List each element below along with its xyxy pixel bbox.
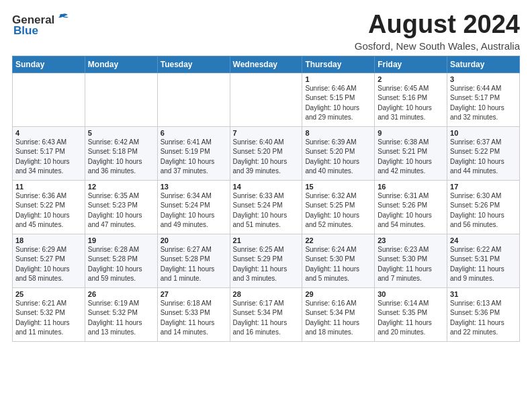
day-detail: Sunrise: 6:39 AMSunset: 5:20 PMDaylight:… [305, 138, 371, 177]
day-detail: Sunrise: 6:16 AMSunset: 5:34 PMDaylight:… [305, 299, 371, 338]
calendar-week-row: 1Sunrise: 6:46 AMSunset: 5:15 PMDaylight… [13, 73, 520, 126]
title-block: August 2024 Gosford, New South Wales, Au… [355, 11, 520, 52]
day-number: 8 [305, 129, 371, 137]
calendar-cell: 8Sunrise: 6:39 AMSunset: 5:20 PMDaylight… [302, 126, 375, 180]
day-detail: Sunrise: 6:23 AMSunset: 5:30 PMDaylight:… [378, 245, 444, 284]
day-detail: Sunrise: 6:13 AMSunset: 5:36 PMDaylight:… [450, 299, 517, 338]
day-number: 19 [88, 236, 154, 244]
day-number: 16 [378, 183, 444, 191]
day-number: 6 [161, 129, 227, 137]
calendar-cell: 20Sunrise: 6:27 AMSunset: 5:28 PMDayligh… [157, 234, 230, 287]
calendar-cell: 4Sunrise: 6:43 AMSunset: 5:17 PMDaylight… [13, 126, 85, 180]
calendar-header-friday: Friday [375, 56, 447, 73]
day-detail: Sunrise: 6:29 AMSunset: 5:27 PMDaylight:… [15, 245, 82, 284]
day-number: 20 [161, 236, 227, 244]
day-number: 5 [88, 129, 154, 137]
calendar-week-row: 11Sunrise: 6:36 AMSunset: 5:22 PMDayligh… [13, 180, 520, 234]
calendar-header-thursday: Thursday [302, 56, 375, 73]
day-number: 2 [378, 75, 444, 83]
day-number: 26 [88, 290, 154, 298]
location-subtitle: Gosford, New South Wales, Australia [355, 40, 520, 52]
day-number: 22 [305, 236, 371, 244]
calendar-cell: 17Sunrise: 6:30 AMSunset: 5:26 PMDayligh… [447, 180, 520, 234]
calendar-cell: 31Sunrise: 6:13 AMSunset: 5:36 PMDayligh… [447, 287, 520, 341]
calendar-cell: 19Sunrise: 6:28 AMSunset: 5:28 PMDayligh… [85, 234, 157, 287]
day-number: 21 [233, 236, 300, 244]
day-detail: Sunrise: 6:18 AMSunset: 5:33 PMDaylight:… [161, 299, 227, 338]
day-number: 3 [450, 75, 517, 83]
calendar-cell: 23Sunrise: 6:23 AMSunset: 5:30 PMDayligh… [375, 234, 447, 287]
calendar-cell: 22Sunrise: 6:24 AMSunset: 5:30 PMDayligh… [302, 234, 375, 287]
logo: General Blue [12, 13, 69, 38]
header: General Blue August 2024 Gosford, New So… [12, 11, 520, 52]
calendar-cell: 6Sunrise: 6:41 AMSunset: 5:19 PMDaylight… [157, 126, 230, 180]
day-detail: Sunrise: 6:46 AMSunset: 5:15 PMDaylight:… [305, 84, 371, 123]
day-number: 30 [378, 290, 444, 298]
month-year-title: August 2024 [355, 11, 520, 39]
day-detail: Sunrise: 6:40 AMSunset: 5:20 PMDaylight:… [233, 138, 300, 177]
day-detail: Sunrise: 6:44 AMSunset: 5:17 PMDaylight:… [450, 84, 517, 123]
day-detail: Sunrise: 6:35 AMSunset: 5:23 PMDaylight:… [88, 191, 154, 230]
day-detail: Sunrise: 6:22 AMSunset: 5:31 PMDaylight:… [450, 245, 517, 284]
day-detail: Sunrise: 6:34 AMSunset: 5:24 PMDaylight:… [161, 191, 227, 230]
day-detail: Sunrise: 6:31 AMSunset: 5:26 PMDaylight:… [378, 191, 444, 230]
calendar-cell: 1Sunrise: 6:46 AMSunset: 5:15 PMDaylight… [302, 73, 375, 126]
calendar-cell: 18Sunrise: 6:29 AMSunset: 5:27 PMDayligh… [13, 234, 85, 287]
day-detail: Sunrise: 6:24 AMSunset: 5:30 PMDaylight:… [305, 245, 371, 284]
day-detail: Sunrise: 6:37 AMSunset: 5:22 PMDaylight:… [450, 138, 517, 177]
day-detail: Sunrise: 6:28 AMSunset: 5:28 PMDaylight:… [88, 245, 154, 284]
day-detail: Sunrise: 6:43 AMSunset: 5:17 PMDaylight:… [15, 138, 82, 177]
calendar-cell: 11Sunrise: 6:36 AMSunset: 5:22 PMDayligh… [13, 180, 85, 234]
calendar-cell: 26Sunrise: 6:19 AMSunset: 5:32 PMDayligh… [85, 287, 157, 341]
calendar-cell: 30Sunrise: 6:14 AMSunset: 5:35 PMDayligh… [375, 287, 447, 341]
day-number: 23 [378, 236, 444, 244]
calendar-cell: 21Sunrise: 6:25 AMSunset: 5:29 PMDayligh… [230, 234, 302, 287]
calendar-table: SundayMondayTuesdayWednesdayThursdayFrid… [12, 56, 520, 342]
day-number: 12 [88, 183, 154, 191]
calendar-cell [85, 73, 157, 126]
day-detail: Sunrise: 6:27 AMSunset: 5:28 PMDaylight:… [161, 245, 227, 284]
day-detail: Sunrise: 6:33 AMSunset: 5:24 PMDaylight:… [233, 191, 300, 230]
day-number: 18 [15, 236, 82, 244]
day-detail: Sunrise: 6:38 AMSunset: 5:21 PMDaylight:… [378, 138, 444, 177]
calendar-cell: 28Sunrise: 6:17 AMSunset: 5:34 PMDayligh… [230, 287, 302, 341]
calendar-header-row: SundayMondayTuesdayWednesdayThursdayFrid… [13, 56, 520, 73]
calendar-cell [230, 73, 302, 126]
calendar-cell: 29Sunrise: 6:16 AMSunset: 5:34 PMDayligh… [302, 287, 375, 341]
calendar-week-row: 18Sunrise: 6:29 AMSunset: 5:27 PMDayligh… [13, 234, 520, 287]
day-detail: Sunrise: 6:32 AMSunset: 5:25 PMDaylight:… [305, 191, 371, 230]
day-number: 11 [15, 183, 82, 191]
calendar-cell: 15Sunrise: 6:32 AMSunset: 5:25 PMDayligh… [302, 180, 375, 234]
day-number: 17 [450, 183, 517, 191]
day-detail: Sunrise: 6:25 AMSunset: 5:29 PMDaylight:… [233, 245, 300, 284]
calendar-cell: 16Sunrise: 6:31 AMSunset: 5:26 PMDayligh… [375, 180, 447, 234]
page-container: General Blue August 2024 Gosford, New So… [0, 0, 532, 349]
calendar-week-row: 25Sunrise: 6:21 AMSunset: 5:32 PMDayligh… [13, 287, 520, 341]
calendar-header-tuesday: Tuesday [157, 56, 230, 73]
day-detail: Sunrise: 6:17 AMSunset: 5:34 PMDaylight:… [233, 299, 300, 338]
calendar-cell: 5Sunrise: 6:42 AMSunset: 5:18 PMDaylight… [85, 126, 157, 180]
day-number: 31 [450, 290, 517, 298]
day-number: 24 [450, 236, 517, 244]
day-detail: Sunrise: 6:21 AMSunset: 5:32 PMDaylight:… [15, 299, 82, 338]
day-detail: Sunrise: 6:30 AMSunset: 5:26 PMDaylight:… [450, 191, 517, 230]
calendar-cell [13, 73, 85, 126]
calendar-header-sunday: Sunday [13, 56, 85, 73]
calendar-cell: 13Sunrise: 6:34 AMSunset: 5:24 PMDayligh… [157, 180, 230, 234]
calendar-header-wednesday: Wednesday [230, 56, 302, 73]
day-detail: Sunrise: 6:19 AMSunset: 5:32 PMDaylight:… [88, 299, 154, 338]
logo-blue-text: Blue [13, 24, 38, 38]
calendar-week-row: 4Sunrise: 6:43 AMSunset: 5:17 PMDaylight… [13, 126, 520, 180]
calendar-cell: 12Sunrise: 6:35 AMSunset: 5:23 PMDayligh… [85, 180, 157, 234]
calendar-cell: 25Sunrise: 6:21 AMSunset: 5:32 PMDayligh… [13, 287, 85, 341]
day-detail: Sunrise: 6:45 AMSunset: 5:16 PMDaylight:… [378, 84, 444, 123]
calendar-cell: 27Sunrise: 6:18 AMSunset: 5:33 PMDayligh… [157, 287, 230, 341]
day-number: 28 [233, 290, 300, 298]
day-number: 4 [15, 129, 82, 137]
day-number: 13 [161, 183, 227, 191]
day-number: 25 [15, 290, 82, 298]
calendar-cell: 14Sunrise: 6:33 AMSunset: 5:24 PMDayligh… [230, 180, 302, 234]
calendar-cell: 7Sunrise: 6:40 AMSunset: 5:20 PMDaylight… [230, 126, 302, 180]
day-detail: Sunrise: 6:41 AMSunset: 5:19 PMDaylight:… [161, 138, 227, 177]
day-number: 9 [378, 129, 444, 137]
